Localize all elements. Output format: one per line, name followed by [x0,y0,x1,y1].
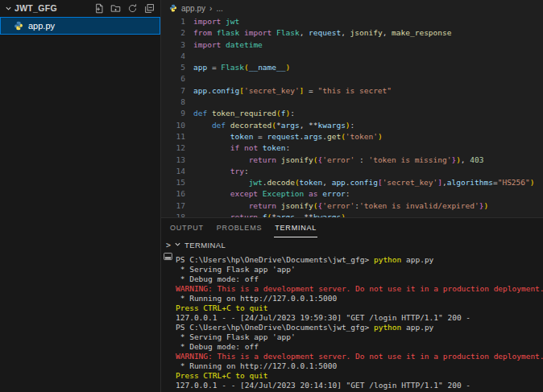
code-text: try: [193,166,249,177]
code-line: 3import datetime [161,39,543,51]
line-number: 8 [161,97,185,108]
chevron-down-icon [174,241,181,250]
terminal-line: * Debug mode: off [176,274,543,284]
code-line: 6 [161,73,543,85]
code-line: 13 return jsonify({'error' : 'token is m… [161,155,543,166]
terminal-line: * Debug mode: off [176,342,543,352]
code-line: 14 try: [161,166,543,177]
code-line: 18 return f(*args, **kwargs) [161,212,543,217]
python-file-icon [14,21,23,31]
file-item-app-py[interactable]: app.py [0,17,160,35]
breadcrumb-symbol[interactable]: ... [216,4,222,13]
code-line: 15 jwt.decode(token, app.config['secret_… [161,177,543,188]
code-text: import jwt [193,16,239,27]
breadcrumb: app.py › ... [161,0,543,16]
code-text: return f(*args, **kwargs) [193,212,346,217]
terminal-line: WARNING: This is a development server. D… [176,352,543,361]
chevron-down-icon [5,5,12,12]
code-text: app.config['secret_key'] = "this is secr… [193,85,392,97]
terminal-line: * Serving Flask app 'app' [176,332,543,342]
line-number: 10 [161,120,185,131]
new-folder-icon[interactable] [109,2,122,14]
code-text: return jsonify({'error':'token is invali… [193,200,488,212]
line-number: 7 [161,85,185,97]
code-line: 17 return jsonify({'error':'token is inv… [161,200,543,212]
line-number: 3 [161,39,185,51]
explorer-folder-header[interactable]: JWT_GFG [0,0,160,16]
panel-tab-output[interactable]: OUTPUT [169,218,205,237]
terminal-section-label: TERMINAL [184,241,226,250]
code-text: from flask import Flask, request, jsonif… [193,27,451,39]
code-line: 10 def decorated(*args, **kwargs): [161,120,543,131]
panel-tab-terminal[interactable]: TERMINAL [274,218,317,237]
code-line: 12 if not token: [161,142,543,154]
editor-pane[interactable]: app.py › ... 1import jwt2from flask impo… [161,0,543,217]
code-text: jwt.decode(token, app.config['secret_key… [193,177,534,188]
code-text: token = request.args.get('token') [193,131,383,142]
line-number: 5 [161,62,185,73]
code-line: 5app = Flask(__name__) [161,62,543,73]
line-number: 18 [161,212,185,217]
breadcrumb-separator-icon: › [209,4,212,13]
code-line: 11 token = request.args.get('token') [161,131,543,142]
refresh-icon[interactable] [126,2,139,14]
explorer-sidebar: JWT_GFG app.py [0,0,161,392]
folder-name: JWT_GFG [15,3,92,13]
code-text: return jsonify({'error' : 'token is miss… [193,155,483,166]
terminal-line: PS C:\Users\hp\OneDrive\Documents\jwt_gf… [176,255,543,265]
line-number: 13 [161,155,185,166]
line-number: 15 [161,177,185,188]
line-number: 11 [161,131,185,142]
code-area[interactable]: 1import jwt2from flask import Flask, req… [161,16,543,217]
vscode-window: JWT_GFG app.py [0,0,543,392]
code-line: 1import jwt [161,16,543,27]
code-text: import datetime [193,39,263,51]
breadcrumb-file[interactable]: app.py [181,4,205,13]
code-line: 2from flask import Flask, request, jsoni… [161,27,543,39]
line-number: 16 [161,188,185,200]
code-line: 8 [161,97,543,108]
line-number: 12 [161,142,185,154]
code-text: if not token: [193,142,290,154]
line-number: 9 [161,108,185,119]
code-line: 16 except Exception as error: [161,188,543,200]
bottom-panel: OUTPUTPROBLEMSTERMINAL > TERMINAL PS C:\… [161,217,543,392]
code-text: def token_required(f): [193,108,295,119]
shell-prompt-chevron: > [166,241,171,250]
collapse-all-icon[interactable] [143,2,155,14]
code-text: def decorated(*args, **kwargs): [193,120,354,131]
terminal-section-header[interactable]: > TERMINAL [161,237,543,252]
python-file-icon [169,4,177,12]
explorer-actions [92,2,155,14]
line-number: 1 [161,16,185,27]
terminal-line: PS C:\Users\hp\OneDrive\Documents\jwt_gf… [176,323,543,332]
code-line: 9def token_required(f): [161,108,543,119]
terminal-line: 127.0.0.1 - - [24/Jul/2023 20:14:10] "GE… [176,381,543,390]
terminal-line: * Serving Flask app 'app' [176,265,543,274]
code-text: app = Flask(__name__) [193,62,290,73]
terminal-line: WARNING: This is a development server. D… [176,284,543,294]
line-number: 6 [161,73,185,85]
file-name: app.py [28,21,55,31]
terminal-line: Press CTRL+C to quit [176,303,543,313]
code-line: 4 [161,51,543,62]
terminal-line: * Running on http://127.0.0.1:5000 [176,294,543,303]
line-number: 2 [161,27,185,39]
terminal-line: * Running on http://127.0.0.1:5000 [176,361,543,371]
terminal[interactable]: PS C:\Users\hp\OneDrive\Documents\jwt_gf… [161,252,543,392]
code-text: except Exception as error: [193,188,350,200]
line-number: 4 [161,51,185,62]
panel-tabs: OUTPUTPROBLEMSTERMINAL [161,218,543,237]
terminal-line: 127.0.0.1 - - [24/Jul/2023 19:59:30] "GE… [176,313,543,323]
terminal-line: Press CTRL+C to quit [176,371,543,381]
line-number: 17 [161,200,185,212]
panel-tab-problems[interactable]: PROBLEMS [216,218,263,237]
line-number: 14 [161,166,185,177]
code-line: 7app.config['secret_key'] = "this is sec… [161,85,543,97]
new-file-icon[interactable] [92,2,105,14]
